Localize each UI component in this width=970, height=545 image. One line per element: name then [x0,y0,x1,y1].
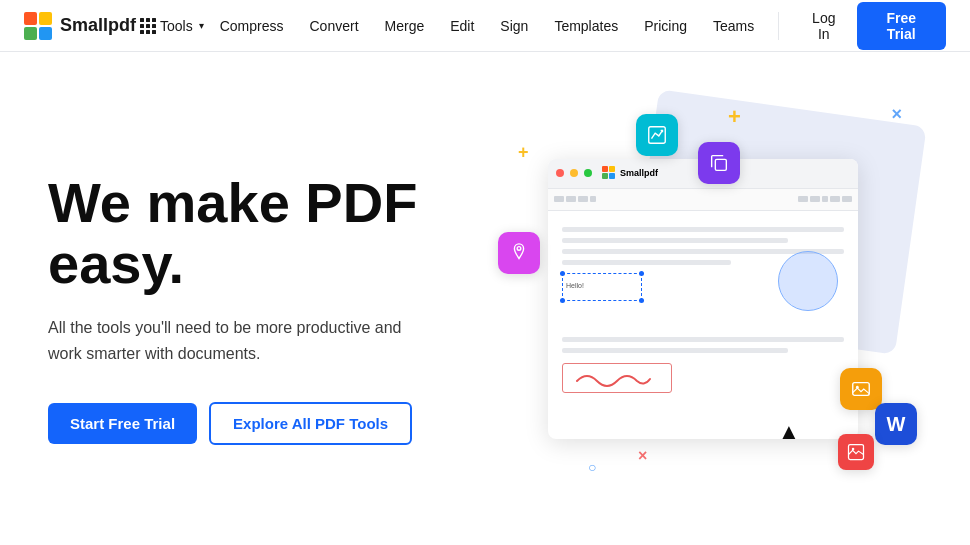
word-icon-letter: W [887,413,906,436]
float-icon-pin [498,232,540,274]
cursor-icon: ▲ [778,419,800,445]
float-icon-copy [698,142,740,184]
pdf-body: Hello! [548,211,858,409]
float-icon-chart [636,114,678,156]
nav-pricing[interactable]: Pricing [632,12,699,40]
pdf-toolbar [548,189,858,211]
handle [639,271,644,276]
copy-icon [708,152,730,174]
pdf-selection-text: Hello! [563,280,587,291]
pdf-circle-shape [778,251,838,311]
hero-illustration: Smallpdf [488,52,922,545]
login-button[interactable]: Log In [791,4,856,48]
pdf-window: Smallpdf [548,159,858,439]
svg-point-10 [517,247,521,251]
hero-section: We make PDF easy. All the tools you'll n… [0,52,970,545]
nav-templates[interactable]: Templates [542,12,630,40]
svg-rect-6 [602,173,608,179]
tools-menu-button[interactable]: Tools ▾ [140,18,204,34]
window-dot-green [584,169,592,177]
svg-point-14 [852,448,855,451]
nav-merge[interactable]: Merge [373,12,437,40]
float-icon-image [840,368,882,410]
red-icon [846,442,866,462]
deco-circle-blue: ○ [588,459,596,475]
pin-icon [508,242,530,264]
grid-icon [140,18,154,34]
hero-buttons: Start Free Trial Explore All PDF Tools [48,402,488,445]
pdf-line [562,348,788,353]
handle [560,298,565,303]
window-dot-yellow [570,169,578,177]
hero-title: We make PDF easy. [48,172,488,295]
window-logo-text: Smallpdf [620,168,658,178]
pdf-line [562,238,788,243]
svg-rect-11 [853,383,870,396]
navbar: Smallpdf Tools ▾ Compress Convert Merge … [0,0,970,52]
nav-convert[interactable]: Convert [298,12,371,40]
float-icon-word: W [875,403,917,445]
nav-links: Compress Convert Merge Edit Sign Templat… [208,12,767,40]
logo-link[interactable]: Smallpdf [24,12,136,40]
toolbar-item [830,196,840,202]
handle [639,298,644,303]
free-trial-button[interactable]: Free Trial [857,2,946,50]
window-dot-red [556,169,564,177]
toolbar-item [810,196,820,202]
handle [560,271,565,276]
signature-svg [572,367,662,389]
deco-plus-yellow: + [728,104,741,130]
hero-left: We make PDF easy. All the tools you'll n… [48,152,488,445]
toolbar-item [798,196,808,202]
logo-text: Smallpdf [60,15,136,36]
svg-rect-3 [39,27,52,40]
nav-compress[interactable]: Compress [208,12,296,40]
toolbar-item [566,196,576,202]
svg-rect-1 [39,12,52,25]
deco-cross-blue: × [891,104,902,125]
pdf-line [562,260,731,265]
explore-tools-button[interactable]: Explore All PDF Tools [209,402,412,445]
pdf-selection-box: Hello! [562,273,642,301]
nav-teams[interactable]: Teams [701,12,766,40]
chart-icon [646,124,668,146]
float-icon-red [838,434,874,470]
svg-rect-2 [24,27,37,40]
start-free-trial-button[interactable]: Start Free Trial [48,403,197,444]
chevron-down-icon: ▾ [199,20,204,31]
deco-cross-red: × [638,447,647,465]
toolbar-item [842,196,852,202]
window-logo-icon [602,166,616,180]
toolbar-item [822,196,828,202]
pdf-signature-area [562,363,672,393]
pdf-window-logo: Smallpdf [602,166,658,180]
hero-subtitle: All the tools you'll need to be more pro… [48,315,408,366]
nav-divider [778,12,779,40]
nav-sign[interactable]: Sign [488,12,540,40]
image-icon [850,378,872,400]
svg-rect-9 [715,159,726,170]
toolbar-item [554,196,564,202]
signature-region [562,363,844,393]
toolbar-item [578,196,588,202]
nav-edit[interactable]: Edit [438,12,486,40]
toolbar-item [590,196,596,202]
svg-rect-7 [609,173,615,179]
svg-rect-4 [602,166,608,172]
deco-plus-yellow2: + [518,142,529,163]
pdf-line [562,337,844,342]
pdf-line [562,227,844,232]
svg-rect-5 [609,166,615,172]
svg-rect-0 [24,12,37,25]
logo-icon [24,12,52,40]
